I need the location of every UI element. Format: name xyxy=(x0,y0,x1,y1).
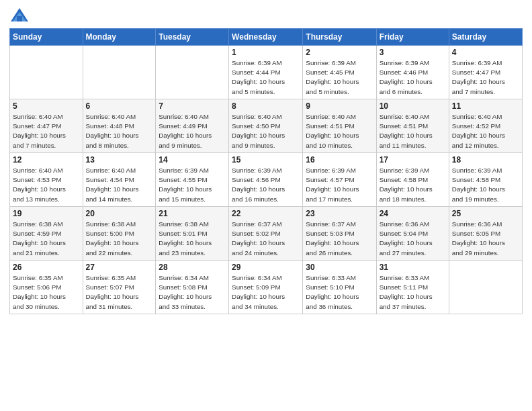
day-cell: 19Sunrise: 6:38 AM Sunset: 4:59 PM Dayli… xyxy=(10,207,83,261)
day-cell: 12Sunrise: 6:40 AM Sunset: 4:53 PM Dayli… xyxy=(10,153,83,207)
day-info: Sunrise: 6:40 AM Sunset: 4:50 PM Dayligh… xyxy=(232,112,300,150)
day-cell: 27Sunrise: 6:35 AM Sunset: 5:07 PM Dayli… xyxy=(83,261,156,314)
day-info: Sunrise: 6:39 AM Sunset: 4:57 PM Dayligh… xyxy=(306,166,373,204)
day-cell: 14Sunrise: 6:39 AM Sunset: 4:55 PM Dayli… xyxy=(156,153,229,207)
col-header-sunday: Sunday xyxy=(10,29,83,46)
day-number: 19 xyxy=(13,209,80,218)
day-info: Sunrise: 6:40 AM Sunset: 4:51 PM Dayligh… xyxy=(380,112,446,150)
day-cell: 13Sunrise: 6:40 AM Sunset: 4:54 PM Dayli… xyxy=(83,153,156,207)
day-number: 23 xyxy=(306,209,373,218)
day-cell: 24Sunrise: 6:36 AM Sunset: 5:04 PM Dayli… xyxy=(376,207,449,261)
day-cell: 28Sunrise: 6:34 AM Sunset: 5:08 PM Dayli… xyxy=(156,261,229,314)
day-info: Sunrise: 6:40 AM Sunset: 4:53 PM Dayligh… xyxy=(13,166,80,204)
day-number: 22 xyxy=(232,209,300,218)
day-number: 4 xyxy=(452,48,519,57)
logo xyxy=(9,7,32,24)
day-cell: 11Sunrise: 6:40 AM Sunset: 4:52 PM Dayli… xyxy=(449,99,522,153)
day-number: 10 xyxy=(380,101,446,111)
day-cell: 30Sunrise: 6:33 AM Sunset: 5:10 PM Dayli… xyxy=(303,261,376,314)
day-info: Sunrise: 6:37 AM Sunset: 5:03 PM Dayligh… xyxy=(306,220,373,258)
day-cell: 26Sunrise: 6:35 AM Sunset: 5:06 PM Dayli… xyxy=(10,261,83,314)
col-header-wednesday: Wednesday xyxy=(229,29,303,46)
day-info: Sunrise: 6:35 AM Sunset: 5:06 PM Dayligh… xyxy=(13,273,80,312)
day-number: 13 xyxy=(86,155,153,165)
day-cell: 4Sunrise: 6:39 AM Sunset: 4:47 PM Daylig… xyxy=(449,46,522,99)
week-row-4: 19Sunrise: 6:38 AM Sunset: 4:59 PM Dayli… xyxy=(10,207,523,261)
day-cell: 5Sunrise: 6:40 AM Sunset: 4:47 PM Daylig… xyxy=(10,99,83,153)
day-number: 6 xyxy=(86,101,153,111)
day-number: 14 xyxy=(159,155,226,165)
day-info: Sunrise: 6:37 AM Sunset: 5:02 PM Dayligh… xyxy=(232,220,300,258)
day-number: 27 xyxy=(86,263,153,272)
day-number: 12 xyxy=(13,155,80,165)
day-cell: 8Sunrise: 6:40 AM Sunset: 4:50 PM Daylig… xyxy=(229,99,303,153)
header xyxy=(9,7,523,24)
day-info: Sunrise: 6:34 AM Sunset: 5:08 PM Dayligh… xyxy=(159,273,226,312)
day-cell: 22Sunrise: 6:37 AM Sunset: 5:02 PM Dayli… xyxy=(229,207,303,261)
day-info: Sunrise: 6:34 AM Sunset: 5:09 PM Dayligh… xyxy=(232,273,300,312)
day-info: Sunrise: 6:40 AM Sunset: 4:48 PM Dayligh… xyxy=(86,112,153,150)
calendar-table: SundayMondayTuesdayWednesdayThursdayFrid… xyxy=(9,28,523,314)
day-cell: 23Sunrise: 6:37 AM Sunset: 5:03 PM Dayli… xyxy=(303,207,376,261)
svg-rect-2 xyxy=(17,16,22,21)
col-header-thursday: Thursday xyxy=(303,29,376,46)
week-row-5: 26Sunrise: 6:35 AM Sunset: 5:06 PM Dayli… xyxy=(10,261,523,314)
day-info: Sunrise: 6:36 AM Sunset: 5:04 PM Dayligh… xyxy=(380,220,446,258)
col-header-friday: Friday xyxy=(376,29,449,46)
day-number: 1 xyxy=(232,48,300,57)
day-info: Sunrise: 6:35 AM Sunset: 5:07 PM Dayligh… xyxy=(86,273,153,312)
day-info: Sunrise: 6:39 AM Sunset: 4:45 PM Dayligh… xyxy=(306,58,373,97)
day-cell: 7Sunrise: 6:40 AM Sunset: 4:49 PM Daylig… xyxy=(156,99,229,153)
day-number: 21 xyxy=(159,209,226,218)
day-cell xyxy=(83,46,156,99)
day-info: Sunrise: 6:40 AM Sunset: 4:51 PM Dayligh… xyxy=(306,112,373,150)
day-cell: 2Sunrise: 6:39 AM Sunset: 4:45 PM Daylig… xyxy=(303,46,376,99)
day-info: Sunrise: 6:39 AM Sunset: 4:46 PM Dayligh… xyxy=(380,58,446,97)
day-cell xyxy=(156,46,229,99)
day-info: Sunrise: 6:40 AM Sunset: 4:47 PM Dayligh… xyxy=(13,112,80,150)
day-number: 28 xyxy=(159,263,226,272)
day-cell: 3Sunrise: 6:39 AM Sunset: 4:46 PM Daylig… xyxy=(376,46,449,99)
day-info: Sunrise: 6:39 AM Sunset: 4:55 PM Dayligh… xyxy=(159,166,226,204)
day-info: Sunrise: 6:39 AM Sunset: 4:58 PM Dayligh… xyxy=(452,166,519,204)
day-number: 7 xyxy=(159,101,226,111)
col-header-saturday: Saturday xyxy=(449,29,522,46)
day-info: Sunrise: 6:39 AM Sunset: 4:44 PM Dayligh… xyxy=(232,58,300,97)
page: SundayMondayTuesdayWednesdayThursdayFrid… xyxy=(0,0,532,411)
day-number: 11 xyxy=(452,101,519,111)
day-number: 18 xyxy=(452,155,519,165)
day-info: Sunrise: 6:38 AM Sunset: 4:59 PM Dayligh… xyxy=(13,220,80,258)
day-cell: 10Sunrise: 6:40 AM Sunset: 4:51 PM Dayli… xyxy=(376,99,449,153)
day-number: 16 xyxy=(306,155,373,165)
day-cell xyxy=(10,46,83,99)
day-cell: 17Sunrise: 6:39 AM Sunset: 4:58 PM Dayli… xyxy=(376,153,449,207)
day-number: 30 xyxy=(306,263,373,272)
day-info: Sunrise: 6:38 AM Sunset: 5:01 PM Dayligh… xyxy=(159,220,226,258)
day-number: 25 xyxy=(452,209,519,218)
day-info: Sunrise: 6:39 AM Sunset: 4:47 PM Dayligh… xyxy=(452,58,519,97)
col-header-tuesday: Tuesday xyxy=(156,29,229,46)
day-number: 15 xyxy=(232,155,300,165)
day-info: Sunrise: 6:36 AM Sunset: 5:05 PM Dayligh… xyxy=(452,220,519,258)
day-number: 29 xyxy=(232,263,300,272)
day-cell: 16Sunrise: 6:39 AM Sunset: 4:57 PM Dayli… xyxy=(303,153,376,207)
col-header-monday: Monday xyxy=(83,29,156,46)
day-cell: 21Sunrise: 6:38 AM Sunset: 5:01 PM Dayli… xyxy=(156,207,229,261)
day-number: 24 xyxy=(380,209,446,218)
logo-icon xyxy=(9,7,30,24)
day-cell: 18Sunrise: 6:39 AM Sunset: 4:58 PM Dayli… xyxy=(449,153,522,207)
day-number: 26 xyxy=(13,263,80,272)
day-number: 5 xyxy=(13,101,80,111)
day-info: Sunrise: 6:38 AM Sunset: 5:00 PM Dayligh… xyxy=(86,220,153,258)
day-info: Sunrise: 6:39 AM Sunset: 4:58 PM Dayligh… xyxy=(380,166,446,204)
day-number: 20 xyxy=(86,209,153,218)
day-number: 8 xyxy=(232,101,300,111)
week-row-3: 12Sunrise: 6:40 AM Sunset: 4:53 PM Dayli… xyxy=(10,153,523,207)
day-info: Sunrise: 6:33 AM Sunset: 5:11 PM Dayligh… xyxy=(380,273,446,312)
day-number: 31 xyxy=(380,263,446,272)
day-number: 9 xyxy=(306,101,373,111)
week-row-1: 1Sunrise: 6:39 AM Sunset: 4:44 PM Daylig… xyxy=(10,46,523,99)
day-cell: 1Sunrise: 6:39 AM Sunset: 4:44 PM Daylig… xyxy=(229,46,303,99)
calendar-header-row: SundayMondayTuesdayWednesdayThursdayFrid… xyxy=(10,29,523,46)
day-cell xyxy=(449,261,522,314)
